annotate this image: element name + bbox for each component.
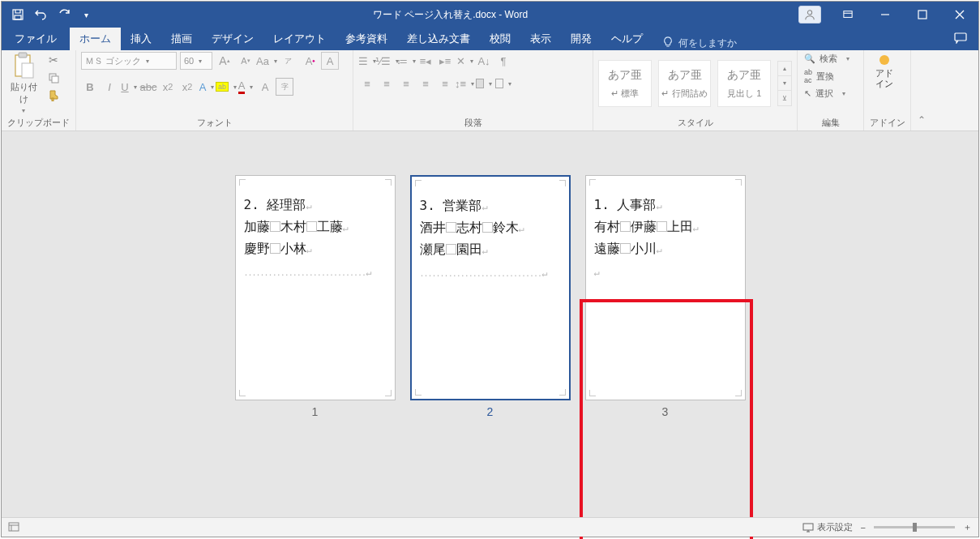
styles-scroll-down-icon[interactable]: ▾ [778,76,791,91]
statusbar-left-icon[interactable] [8,522,19,533]
format-painter-icon[interactable] [45,88,62,104]
enclose-characters-icon[interactable]: A [321,52,339,70]
tab-draw[interactable]: 描画 [161,28,202,50]
style-name: ↵ 標準 [611,88,639,100]
tell-me-label: 何をしますか [678,36,737,50]
page-number: 2 [487,405,494,418]
style-no-spacing[interactable]: あア亜 ↵ 行間詰め [658,60,712,107]
tab-review[interactable]: 校閲 [480,28,520,50]
addins-label: アド イン [875,68,893,89]
tab-home[interactable]: ホーム [70,28,121,50]
page-thumbnail[interactable]: 1. 人事部↵有村伊藤上田↵遠藤小川↵↵ [585,175,746,400]
line-spacing-icon[interactable]: ↕≡▾ [456,75,473,92]
character-shading-icon[interactable]: A [256,78,274,96]
styles-expand-icon[interactable]: ⊻ [778,91,791,105]
shrink-font-icon[interactable]: A▾ [237,52,255,70]
align-center-icon[interactable]: ≡ [378,75,396,92]
svg-rect-13 [803,524,813,530]
find-button[interactable]: 🔍検索▾ [802,52,851,66]
style-normal[interactable]: あア亜 ↵ 標準 [598,60,652,107]
increase-indent-icon[interactable]: ▸≡ [436,52,454,70]
font-group-label: フォント [81,115,348,130]
sort-icon[interactable]: A↓ [475,52,493,70]
change-case-icon[interactable]: Aa▾ [258,52,276,70]
strikethrough-icon[interactable]: abc [139,78,157,96]
style-name: 見出し 1 [727,88,761,100]
paste-button[interactable]: 貼り付け ▾ [6,52,41,114]
zoom-out-icon[interactable]: − [861,523,866,533]
decrease-indent-icon[interactable]: ≡◂ [417,52,434,70]
text-effects-icon[interactable]: A▾ [198,78,216,96]
superscript-icon[interactable]: x2 [178,78,196,96]
tell-me[interactable]: 何をしますか [653,36,747,50]
multilevel-list-icon[interactable]: ≔▾ [397,52,415,70]
zoom-in-icon[interactable]: ＋ [963,521,972,533]
tab-mailings[interactable]: 差し込み文書 [397,28,480,50]
style-heading1[interactable]: あア亜 見出し 1 [717,60,771,107]
cursor-icon: ↖ [804,88,811,99]
maximize-button[interactable] [904,2,941,28]
font-name-select[interactable]: ＭＳ ゴシック▾ [81,52,177,70]
svg-rect-12 [9,523,19,531]
grow-font-icon[interactable]: A▴ [216,52,233,70]
bold-icon[interactable]: B [81,78,99,96]
display-settings-label: 表示設定 [817,521,853,533]
justify-icon[interactable]: ≡ [417,75,434,92]
replace-icon: abac [804,68,812,84]
character-border-icon[interactable]: 字 [276,78,293,96]
svg-rect-10 [52,76,58,83]
cut-icon[interactable]: ✂ [45,52,62,68]
ribbon-display-options-icon[interactable] [829,2,867,28]
undo-icon[interactable] [34,8,47,21]
highlight-icon[interactable]: ab▾ [217,78,235,96]
replace-button[interactable]: abac置換 [802,67,851,85]
close-button[interactable] [941,2,978,28]
style-name: ↵ 行間詰め [661,88,707,100]
addins-button[interactable]: アド イン [869,52,900,92]
show-marks-icon[interactable]: ¶ [494,52,512,70]
copy-icon[interactable] [45,70,62,86]
page-number: 3 [662,405,669,418]
page-thumbnail[interactable]: 3. 営業部↵酒井志村鈴木↵瀬尾園田↵.....................… [410,175,571,400]
align-left-icon[interactable]: ≡ [358,75,376,92]
borders-icon[interactable]: ▾ [494,75,512,92]
comments-button[interactable] [943,28,978,50]
font-size-select[interactable]: 60▾ [180,52,212,70]
tab-view[interactable]: 表示 [520,28,561,50]
page-thumbnail[interactable]: 2. 経理部↵加藤木村工藤↵慶野小林↵.....................… [235,175,396,400]
collapse-ribbon-icon[interactable]: ⌃ [911,50,932,130]
italic-icon[interactable]: I [101,78,118,96]
select-button[interactable]: ↖選択▾ [802,87,851,101]
document-area: 2. 経理部↵加藤木村工藤↵慶野小林↵.....................… [2,131,978,517]
paste-label: 貼り付け [6,81,41,105]
underline-icon[interactable]: U▾ [120,78,138,96]
tab-layout[interactable]: レイアウト [263,28,336,50]
numbering-icon[interactable]: ⅟☰▾ [378,52,396,70]
align-right-icon[interactable]: ≡ [397,75,415,92]
phonetic-guide-icon[interactable]: ア [279,52,297,70]
qat-customize-icon[interactable]: ▾ [79,8,92,21]
minimize-button[interactable] [867,2,904,28]
display-settings-button[interactable]: 表示設定 [802,521,853,533]
tab-file[interactable]: ファイル [2,28,70,50]
zoom-slider[interactable] [874,526,955,528]
redo-icon[interactable] [57,8,70,21]
save-icon[interactable] [11,8,24,21]
bullets-icon[interactable]: ☰▾ [358,52,376,70]
lightbulb-icon [662,36,674,50]
tab-design[interactable]: デザイン [202,28,263,50]
distributed-icon[interactable]: ≡ [436,75,454,92]
clear-formatting-icon[interactable]: A⬩ [300,52,318,70]
subscript-icon[interactable]: x2 [159,78,177,96]
tab-developer[interactable]: 開発 [561,28,601,50]
asian-layout-icon[interactable]: ✕▾ [456,52,473,70]
styles-scroll[interactable]: ▴ ▾ ⊻ [777,61,792,106]
tab-insert[interactable]: 挿入 [121,28,161,50]
svg-rect-1 [15,15,21,19]
tab-help[interactable]: ヘルプ [601,28,653,50]
font-color-icon[interactable]: A▾ [237,78,255,96]
account-icon[interactable] [798,6,821,24]
tab-references[interactable]: 参考資料 [336,28,397,50]
styles-scroll-up-icon[interactable]: ▴ [778,62,791,76]
shading-icon[interactable]: ▾ [475,75,493,92]
